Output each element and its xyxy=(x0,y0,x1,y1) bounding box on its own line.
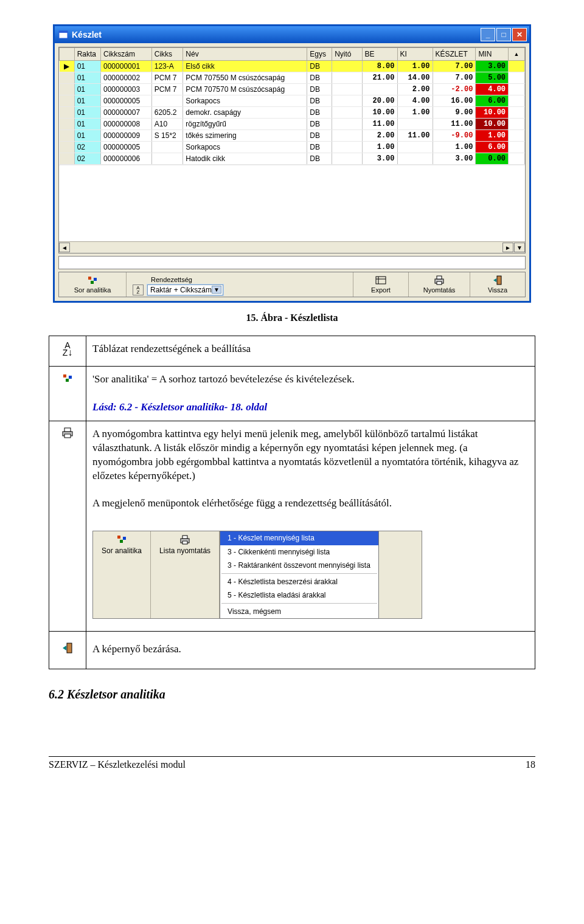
scatter-icon xyxy=(116,535,127,543)
footer-left: SZERVIZ – Készletkezelési modul xyxy=(49,759,186,770)
menu-item-4[interactable]: 4 - Készletlista beszerzési árakkal xyxy=(220,575,378,588)
grid-table[interactable]: RaktaCikkszámCikksNévEgysNyitóBEKIKÉSZLE… xyxy=(59,47,525,165)
section-heading: 6.2 Készletsor analitika xyxy=(49,688,535,702)
titlebar[interactable]: Készlet _ □ ✕ xyxy=(55,26,529,43)
scroll-right-button[interactable]: ► xyxy=(502,243,513,252)
svg-rect-14 xyxy=(182,541,187,544)
export-button[interactable]: Export xyxy=(353,272,409,297)
table-row[interactable]: 01000000008A10rögzítőgyűrűDB11.0011.0010… xyxy=(60,119,525,130)
svg-rect-1 xyxy=(59,31,68,33)
sort-group: Rendezettség AZ Raktár + Cikkszám xyxy=(127,272,353,297)
horizontal-scrollbar[interactable]: ◄ ► ▼ xyxy=(59,241,525,253)
context-menu-preview: Sor analitika Lista nyomtatás 1 - Készle… xyxy=(92,531,422,619)
print-button[interactable]: Nyomtatás xyxy=(409,272,470,297)
printer-icon xyxy=(159,535,210,546)
svg-rect-6 xyxy=(437,276,442,279)
app-icon xyxy=(58,30,68,40)
window-keszlet: Készlet _ □ ✕ RaktaCikkszámCikksNévEgysN… xyxy=(53,24,531,303)
minimize-button[interactable]: _ xyxy=(481,28,495,41)
window-title: Készlet xyxy=(72,30,479,40)
legend-print-text: A nyomógombra kattintva egy helyi menü j… xyxy=(86,421,535,632)
table-row[interactable]: 02000000006Hatodik cikkDB3.003.000.00 xyxy=(60,153,525,165)
footer-page: 18 xyxy=(526,759,535,770)
sort-dropdown[interactable]: Raktár + Cikkszám xyxy=(147,284,223,295)
door-exit-icon xyxy=(476,275,519,286)
menu-item-5[interactable]: 5 - Készletlista eladási árakkal xyxy=(220,588,378,602)
printer-icon xyxy=(415,275,464,286)
table-row[interactable]: 01000000002PCM 7PCM 707550 M csúszócsapá… xyxy=(60,72,525,84)
table-row[interactable]: 010000000076205.2demokr. csapágyDB10.001… xyxy=(60,107,525,119)
svg-rect-7 xyxy=(437,281,442,284)
svg-rect-11 xyxy=(64,434,71,438)
printer-legend-icon xyxy=(49,421,86,632)
stock-grid[interactable]: RaktaCikkszámCikksNévEgysNyitóBEKIKÉSZLE… xyxy=(58,47,526,253)
export-icon xyxy=(360,275,402,286)
svg-rect-15 xyxy=(67,643,72,653)
filter-input[interactable] xyxy=(58,256,526,269)
ctx-sor-button[interactable]: Sor analitika xyxy=(93,531,151,618)
table-row[interactable]: 01000000009S 15*2tőkés szimeringDB2.0011… xyxy=(60,130,525,142)
print-context-menu[interactable]: 1 - Készlet mennyiség lista 3 - Cikkenké… xyxy=(220,531,379,619)
scroll-left-button[interactable]: ◄ xyxy=(59,243,70,252)
close-button[interactable]: ✕ xyxy=(512,28,527,41)
scroll-up-button[interactable]: ▲ xyxy=(509,48,525,61)
legend-sort-text: Táblázat rendezettségének a beállítása xyxy=(86,336,535,367)
menu-item-cancel[interactable]: Vissza, mégsem xyxy=(220,605,378,618)
sort-label: Rendezettség xyxy=(151,276,192,283)
menu-item-1[interactable]: 1 - Készlet mennyiség lista xyxy=(220,531,378,545)
table-row[interactable]: 01000000003PCM 7PCM 707570 M csúszócsapá… xyxy=(60,84,525,95)
table-row[interactable]: 02000000005SorkapocsDB1.001.006.00 xyxy=(60,142,525,153)
header-row[interactable]: RaktaCikkszámCikksNévEgysNyitóBEKIKÉSZLE… xyxy=(60,48,525,61)
menu-item-3[interactable]: 3 - Raktáranként összevont mennyiségi li… xyxy=(220,559,378,572)
scatter-legend-icon xyxy=(49,366,86,421)
svg-rect-2 xyxy=(376,277,386,284)
table-row[interactable]: ▶01000000001123-AElső cikkDB8.001.007.00… xyxy=(60,61,525,72)
table-row[interactable]: 01000000005SorkapocsDB20.004.0016.006.00 xyxy=(60,95,525,107)
menu-item-2[interactable]: 3 - Cikkenkénti mennyiségi lista xyxy=(220,545,378,559)
svg-rect-10 xyxy=(64,428,71,432)
page-footer: SZERVIZ – Készletkezelési modul 18 xyxy=(49,757,535,776)
sort-icon[interactable]: AZ xyxy=(133,284,144,295)
legend-table: AZ↓ Táblázat rendezettségének a beállítá… xyxy=(49,336,535,669)
exit-legend-icon xyxy=(49,632,86,669)
svg-rect-8 xyxy=(497,276,501,284)
legend-close-text: A képernyő bezárása. xyxy=(86,632,535,669)
back-button[interactable]: Vissza xyxy=(470,272,525,297)
ctx-print-button[interactable]: Lista nyomtatás xyxy=(151,531,220,618)
bottom-toolbar: Sor analitika Rendezettség AZ Raktár + C… xyxy=(58,272,526,297)
see-link[interactable]: Lásd: 6.2 - Készletsor analitika- 18. ol… xyxy=(92,401,267,413)
legend-scatter-text: 'Sor analitika' = A sorhoz tartozó bevét… xyxy=(86,366,535,421)
sor-analitika-button[interactable]: Sor analitika xyxy=(59,272,127,297)
sort-legend-icon: AZ↓ xyxy=(49,336,86,367)
scroll-down-button[interactable]: ▼ xyxy=(514,243,525,252)
scatter-icon xyxy=(87,276,98,284)
maximize-button[interactable]: □ xyxy=(496,28,511,41)
svg-rect-13 xyxy=(182,536,187,539)
figure-caption: 15. Ábra - Készletlista xyxy=(49,312,535,323)
menu-separator xyxy=(221,573,377,574)
menu-separator xyxy=(221,603,377,604)
